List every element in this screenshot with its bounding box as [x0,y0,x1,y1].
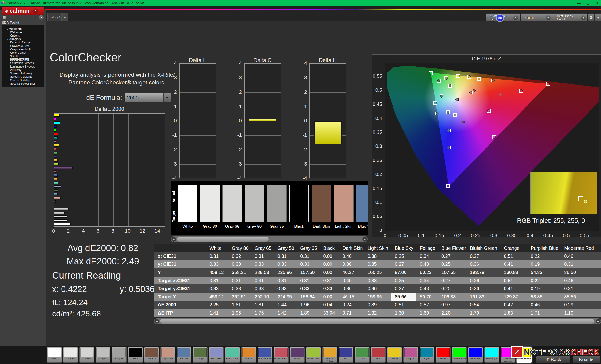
cell-target-y-gray-35: 156.64 [297,293,319,301]
patch-swatch-gray-35[interactable] [267,185,287,222]
back-button[interactable]: ↺ Back [536,356,571,363]
patch-swatch-white[interactable] [178,185,197,222]
tree-item-screen-stability[interactable]: Screen Stability [2,78,44,82]
patch-swatch-dark-skin[interactable] [311,185,331,222]
patch-tile-foliage[interactable]: Foliage [193,347,208,363]
patch-tile-swatch [242,348,255,357]
add-tab-button[interactable]: + [61,13,68,21]
cell-target-y-cie31-bluish-green: 0.36 [466,285,500,293]
tree-item-spectral-power-dist[interactable]: Spectral Power Dist. [2,82,44,86]
patch-tile-black[interactable]: Black [128,347,143,363]
patch-tile-purplish-blue[interactable]: Purplish Blue [258,347,272,363]
meter-count-badge[interactable]: 231 [496,14,504,22]
patch-tile-100-cyan[interactable]: 100% Cyan [484,347,499,363]
patch-tile-yellow-green[interactable]: Yellow Green [306,347,321,363]
patch-tile-100-red[interactable]: 100% Red [436,347,451,363]
patch-tile-blue[interactable]: Blue [339,347,353,363]
calman-menu-button[interactable]: ◈ calman ▼ [2,7,44,15]
tree-item-options[interactable]: Options [2,34,44,38]
patch-swatch-gray-80[interactable] [200,185,220,222]
patch-tile-gray-35[interactable]: Gray 35 [112,347,127,363]
check-icon: ✓ [514,348,520,356]
tree-item-welcome[interactable]: ◢Welcome [2,27,44,31]
cie-x-tick-0.25: 0.25 [469,233,482,238]
chevron-down-icon[interactable]: ▼ [33,8,38,13]
tree-item-screen-uniformity[interactable]: Screen Uniformity [2,72,44,75]
patch-tile-blue-sky[interactable]: Blue Sky [177,347,191,363]
chevron-down-icon[interactable]: ▼ [581,16,586,20]
settings-button[interactable]: ⚙ [588,13,595,22]
column-header-light-skin: Light Skin [364,244,391,252]
tree-item-grayscale-multi[interactable]: Grayscale - Multi [2,48,44,51]
collapse-panel-button[interactable]: ◀ [595,13,601,22]
patch-tile-blue-flower[interactable]: Blue Flower [209,347,224,363]
scroll-right-icon[interactable]: ▶ [362,237,367,242]
patch-tile-orange-yellow[interactable]: Orange Yellow [322,347,337,363]
cell-e-2000-moderate-red: 0.29 [560,301,601,309]
patch-tile-yellow[interactable]: Yellow [387,347,402,363]
scrollbar-thumb[interactable] [160,319,594,324]
patch-swatch-light-skin[interactable] [334,185,354,222]
column-header-gray-80: Gray 80 [228,244,251,252]
patch-tile-100-green[interactable]: 100% Green [452,347,467,363]
cell-e-itp-gray-65: 1.75 [251,309,274,317]
close-icon[interactable]: ✕ [596,1,599,5]
maximize-icon[interactable]: ▢ [587,1,590,5]
chevron-down-icon[interactable]: ▼ [546,16,551,20]
patch-tile-swatch [97,348,110,357]
patch-swatch-black[interactable] [289,185,309,222]
patch-tile-gray-80[interactable]: Gray 80 [63,347,78,363]
tree-item-dynamic-range[interactable]: Dynamic Range [2,41,44,44]
y-tick-delta-h--2: -2 [299,147,307,153]
patch-tile-magenta[interactable]: Magenta [403,347,418,363]
swatch-panel-scrollbar[interactable]: ◀ ▶ [171,236,368,242]
patch-tile-purple[interactable]: Purple [290,347,305,363]
chevron-down-icon[interactable]: ▼ [513,16,518,20]
table-row-e-itp: ΔE ITP1.411.951.751.421.8933.040.711.321… [154,309,601,317]
tree-item-analysis[interactable]: ◢Analysis [2,38,44,41]
patch-tile-bluish-green[interactable]: Bluish Green [225,347,240,363]
cie-x-tick-0.45: 0.45 [541,233,555,238]
tree-item-colorchecker[interactable]: ColorChecker [2,58,44,61]
patch-tile-light-skin[interactable]: Light Skin [160,347,175,363]
patch-tile-100-blue[interactable]: 100% Blue [468,347,483,363]
tree-expand-icon[interactable]: ◢ [7,38,8,41]
minimize-icon[interactable]: — [577,1,581,5]
tree-item-additivity[interactable]: Additivity [2,68,44,72]
patch-swatch-gray-50[interactable] [245,185,264,222]
tree-item-screen-angularity[interactable]: Screen Angularity [2,75,44,78]
patch-tile-dark-skin[interactable]: Dark Skin [144,347,159,363]
scroll-left-icon[interactable]: ◀ [154,319,159,324]
tree-item-color-gamut[interactable]: Color Gamut [2,51,44,55]
patch-tile-gray-65[interactable]: Gray 65 [79,347,94,363]
next-button[interactable]: Next ▶ [572,356,600,363]
patch-tile-green[interactable]: Green [355,347,370,363]
patch-swatch-gray-65[interactable] [222,185,242,222]
spectrum-slider-line[interactable] [45,9,601,10]
cie-measured-dot-9 [520,89,523,92]
cell-target-y-blue-sky[interactable]: 85.66 [391,293,416,301]
patch-tile-moderate-red[interactable]: Moderate Red [274,347,289,363]
deltae-bar-yellow-green [54,163,59,165]
tab-history-1[interactable]: History 1 [47,13,61,21]
sidebar-knob-icon[interactable] [2,16,6,19]
patch-tile-cyan[interactable]: Cyan [420,347,434,363]
tree-item-grayscale-2pt[interactable]: Grayscale - 2pt [2,44,44,48]
tree-item-luminance-sweeps[interactable]: Luminance Sweeps [2,65,44,68]
patch-tile-red[interactable]: Red [371,347,386,363]
de-formula-select[interactable]: 2000 ▼ [124,93,171,103]
cell-x-cie31-white: 0.31 [206,252,228,260]
table-scrollbar[interactable]: ◀ ▶ [154,318,601,324]
tree-item-saturation-sweeps[interactable]: Saturation Sweeps [2,61,44,65]
patch-tile-white[interactable]: White [47,347,62,363]
scroll-right-icon[interactable]: ▶ [596,319,601,324]
scroll-left-icon[interactable]: ◀ [171,237,176,242]
sidebar-collapse-button[interactable]: ◀ [39,15,44,20]
tree-item-welcome[interactable]: Welcome [2,31,44,34]
tree-expand-icon[interactable]: ◢ [7,28,8,31]
patch-tile-gray-50[interactable]: Gray 50 [96,347,110,363]
patch-tile-orange[interactable]: Orange [241,347,256,363]
cie-x-tick-0.3: 0.3 [487,233,500,238]
scrollbar-thumb[interactable] [177,237,269,242]
tree-item-3d-lut[interactable]: 3D LUT [2,55,44,58]
